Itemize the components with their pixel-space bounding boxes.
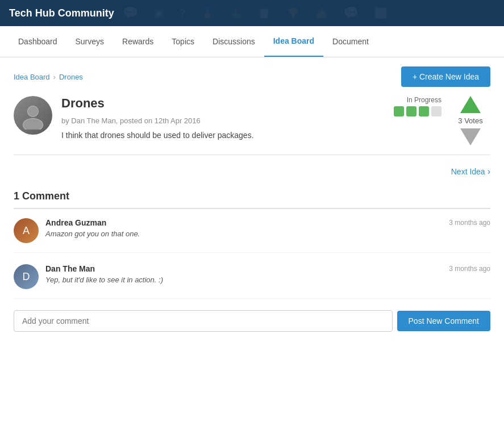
nav-rewards[interactable]: Rewards [113, 27, 163, 56]
progress-dot-4 [431, 106, 441, 116]
comment-input-row: Post New Comment [14, 310, 490, 332]
header-icon-7: 👎 [286, 7, 299, 19]
progress-dot-3 [419, 106, 429, 116]
comment-1-text: Amazon got you on that one. [45, 230, 490, 238]
next-idea-label: Next Idea [451, 167, 485, 176]
nav-dashboard[interactable]: Dashboard [9, 27, 66, 56]
comment-2-author: Dan The Man [45, 264, 95, 273]
header-icon-6: 📋 [258, 7, 270, 19]
breadcrumb-parent[interactable]: Idea Board [14, 73, 50, 81]
nav-surveys[interactable]: Surveys [66, 27, 114, 56]
idea-title: Drones [61, 96, 105, 111]
comment-1-avatar-letter: A [14, 218, 39, 243]
breadcrumb-current: Drones [59, 73, 83, 81]
vote-section: 3 Votes [451, 96, 490, 145]
idea-author-avatar [14, 96, 52, 135]
header-icon-3: ? [180, 7, 185, 19]
nav-document[interactable]: Document [323, 27, 378, 56]
svg-point-2 [28, 106, 38, 116]
comment-2-avatar: D [14, 264, 39, 289]
header-icon-1: 💬 [123, 6, 138, 20]
comment-1-avatar: A [14, 218, 39, 243]
comment-2-time: 3 months ago [449, 265, 490, 273]
idea-progress-dots [394, 106, 441, 116]
next-idea-row: Next Idea › [14, 162, 490, 186]
comment-2-body: Dan The Man 3 months ago Yep, but it'd l… [45, 264, 490, 289]
post-comment-button[interactable]: Post New Comment [397, 311, 490, 331]
app-header: Tech Hub Community 💬 ▣ ? 🏅 ⛳ 📋 👎 👍 💬 ⬜ [0, 0, 504, 26]
comment-1-body: Andrea Guzman 3 months ago Amazon got yo… [45, 218, 490, 243]
header-icon-4: 🏅 [201, 7, 214, 19]
comment-1-header: Andrea Guzman 3 months ago [45, 218, 490, 227]
breadcrumb: Idea Board › Drones [14, 73, 83, 81]
header-decorative-icons: 💬 ▣ ? 🏅 ⛳ 📋 👎 👍 💬 ⬜ [114, 0, 504, 26]
main-nav: Dashboard Surveys Rewards Topics Discuss… [0, 26, 504, 57]
nav-idea-board[interactable]: Idea Board [264, 26, 323, 57]
vote-down-button[interactable] [460, 128, 481, 145]
idea-meta: by Dan The Man, posted on 12th Apr 2016 [61, 116, 441, 125]
avatar-placeholder [14, 96, 52, 135]
idea-divider [14, 155, 490, 155]
idea-status-area: In Progress [394, 96, 441, 116]
idea-body-text: I think that drones should be used to de… [61, 131, 441, 140]
create-new-idea-button[interactable]: + Create New Idea [401, 66, 490, 87]
comments-section: 1 Comment A Andrea Guzman 3 months ago A… [14, 190, 490, 332]
main-content: Idea Board › Drones + Create New Idea Dr… [0, 57, 504, 341]
header-icon-8: 👍 [315, 7, 327, 19]
breadcrumb-separator: › [53, 73, 56, 81]
comments-count: 1 Comment [14, 190, 490, 209]
breadcrumb-row: Idea Board › Drones + Create New Idea [14, 66, 490, 87]
next-idea-chevron-icon: › [488, 166, 490, 177]
idea-title-row: Drones In Progress [61, 96, 441, 116]
app-title: Tech Hub Community [9, 7, 114, 19]
comment-1-time: 3 months ago [449, 219, 490, 227]
vote-count: 3 Votes [458, 116, 482, 125]
next-idea-link[interactable]: Next Idea › [451, 166, 490, 177]
idea-status-label: In Progress [394, 96, 441, 104]
comment-item: D Dan The Man 3 months ago Yep, but it'd… [14, 264, 490, 299]
header-icon-5: ⛳ [230, 7, 242, 19]
comment-2-header: Dan The Man 3 months ago [45, 264, 490, 273]
comment-item: A Andrea Guzman 3 months ago Amazon got … [14, 218, 490, 253]
header-icon-10: ⬜ [374, 7, 387, 19]
progress-dot-1 [394, 106, 404, 116]
idea-body: Drones In Progress by Dan The Man, poste… [61, 96, 441, 145]
nav-discussions[interactable]: Discussions [203, 27, 264, 56]
header-icon-2: ▣ [154, 7, 164, 19]
comment-1-author: Andrea Guzman [45, 218, 106, 227]
progress-dot-2 [406, 106, 416, 116]
nav-topics[interactable]: Topics [163, 27, 203, 56]
vote-up-button[interactable] [460, 96, 481, 113]
comment-2-avatar-letter: D [14, 264, 39, 289]
comment-input[interactable] [14, 310, 393, 332]
idea-card: Drones In Progress by Dan The Man, poste… [14, 96, 490, 145]
header-icon-9: 💬 [343, 6, 359, 20]
comment-2-text: Yep, but it'd like to see it in action. … [45, 276, 490, 284]
